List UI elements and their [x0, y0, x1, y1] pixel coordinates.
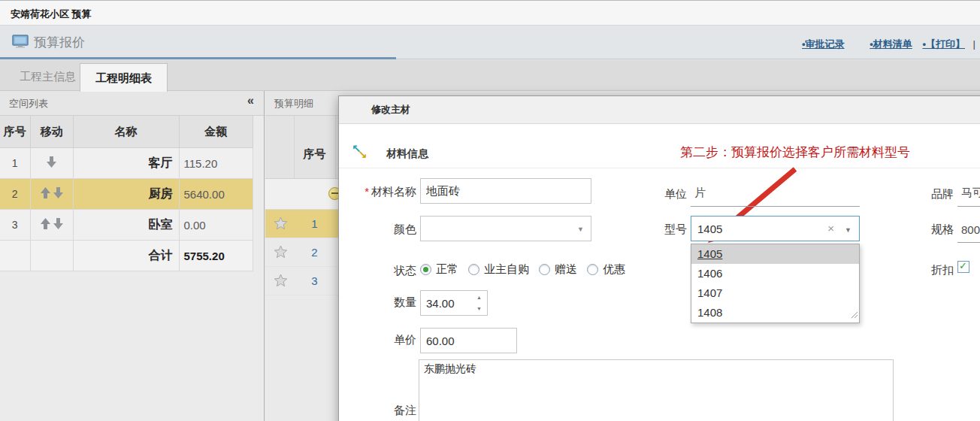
favorite-star-icon[interactable] — [274, 217, 288, 233]
budget-detail-panel: 预算明细 序号 1 2 — [265, 91, 348, 421]
dialog-titlebar[interactable]: 修改主材 — [339, 96, 980, 124]
material-name-input[interactable] — [420, 178, 591, 204]
radio-selected-icon — [420, 264, 431, 275]
resize-handle-icon[interactable] — [851, 308, 858, 322]
move-up-icon[interactable] — [40, 186, 51, 201]
remark-textarea[interactable]: 东鹏抛光砖 — [419, 359, 894, 421]
dropdown-option[interactable]: 1406 — [691, 264, 859, 283]
tab-project-detail-sheet[interactable]: 工程明细表 — [80, 63, 168, 92]
dropdown-option[interactable]: 1405 — [691, 244, 859, 264]
page-title: 安靖荷花小区 预算 — [11, 8, 92, 21]
module-active-underline — [0, 57, 396, 59]
spinner-down-icon[interactable]: ▼ — [476, 306, 482, 311]
col-header-amount: 金额 — [179, 116, 253, 148]
header-links: •审批记录 •材料清单 •【打印】 | — [802, 38, 975, 51]
approval-records-link[interactable]: •审批记录 — [802, 38, 845, 50]
space-row-kitchen[interactable]: 2 厨房 5640.00 — [0, 179, 253, 210]
col-header-move: 移动 — [30, 116, 73, 148]
space-table-header-row: 序号 移动 名称 金额 — [0, 116, 253, 148]
quantity-label: 数量 — [339, 295, 416, 310]
move-up-icon[interactable] — [40, 217, 51, 232]
dialog-body: ↖ ↘ 材料信息 第二步：预算报价选择客户所需材料型号 *材料名称 颜色 ▼ 状… — [339, 124, 980, 421]
material-info-icon: ↖ ↘ — [352, 144, 368, 161]
module-title: 预算报价 — [34, 34, 85, 51]
model-combobox[interactable]: 1405 × ▼ — [691, 216, 860, 241]
monitor-icon — [12, 35, 29, 51]
favorite-star-icon[interactable] — [274, 274, 288, 290]
status-radio-group: 正常 业主自购 赠送 优惠 — [420, 262, 635, 277]
radio-icon — [539, 264, 550, 275]
space-table: 序号 移动 名称 金额 1 客厅 — [0, 116, 253, 271]
grid-line — [335, 116, 336, 178]
quantity-stepper[interactable]: 34.00 ▲ ▼ — [420, 290, 488, 316]
model-dropdown-list: 1405 1406 1407 1408 — [691, 244, 860, 323]
app-root: 安靖荷花小区 预算 预算报价 •审批记录 •材料清单 •【打印】 | 工程主信息… — [0, 0, 980, 421]
color-select[interactable]: ▼ — [420, 216, 591, 241]
unit-price-input[interactable] — [420, 328, 517, 353]
radio-owner-purchase[interactable]: 业主自购 — [468, 262, 529, 277]
detail-panel-title: 预算明细 — [274, 97, 313, 111]
detail-group-row — [265, 179, 348, 210]
detail-row[interactable]: 3 — [265, 267, 348, 295]
brand-label: 品牌 — [876, 187, 954, 201]
radio-icon — [587, 264, 598, 275]
favorite-star-icon[interactable] — [274, 245, 288, 262]
brand-field[interactable]: 马可 — [957, 186, 980, 207]
move-down-icon[interactable] — [53, 217, 64, 232]
discount-checkbox[interactable]: ✓ — [957, 261, 969, 273]
material-name-label: *材料名称 — [339, 185, 416, 199]
space-row-living-room[interactable]: 1 客厅 115.20 — [0, 148, 253, 179]
quantity-value: 34.00 — [426, 297, 455, 310]
detail-row[interactable]: 2 — [265, 238, 348, 267]
edit-material-dialog: 修改主材 ↖ ↘ 材料信息 第二步：预算报价选择客户所需材料型号 *材料名称 颜… — [338, 95, 980, 421]
unit-label: 单位 — [609, 187, 687, 201]
spinner-up-icon[interactable]: ▲ — [476, 295, 482, 300]
detail-column-header: 序号 — [265, 116, 348, 179]
move-down-icon[interactable] — [53, 186, 64, 201]
detail-row[interactable]: 1 — [265, 210, 348, 238]
section-title: 材料信息 — [386, 147, 428, 161]
detail-row-no: 1 — [294, 217, 335, 230]
collapse-panel-icon[interactable]: « — [247, 94, 254, 108]
required-asterisk: * — [364, 185, 369, 198]
radio-icon — [468, 264, 479, 275]
chevron-down-icon[interactable]: ▼ — [845, 226, 851, 234]
discount-label: 折扣 — [876, 263, 954, 277]
tab-strip: 工程主信息 工程明细表 — [0, 60, 980, 91]
unit-field[interactable]: 片 — [691, 186, 860, 207]
col-header-no: 序号 — [0, 116, 30, 148]
move-down-icon[interactable] — [46, 156, 57, 171]
module-header: 预算报价 •审批记录 •材料清单 •【打印】 | — [0, 26, 980, 60]
chevron-down-icon[interactable]: ▼ — [577, 226, 584, 233]
radio-normal[interactable]: 正常 — [420, 262, 458, 277]
annotation-text: 第二步：预算报价选择客户所需材料型号 — [680, 144, 910, 161]
tab-project-main-info[interactable]: 工程主信息 — [9, 70, 86, 84]
radio-gift[interactable]: 赠送 — [539, 262, 577, 277]
radio-discounted[interactable]: 优惠 — [587, 262, 625, 277]
total-label: 合计 — [73, 241, 179, 271]
section-divider — [339, 168, 980, 168]
model-value: 1405 — [697, 223, 722, 235]
dropdown-option[interactable]: 1407 — [691, 283, 859, 303]
dropdown-option[interactable]: 1408 — [691, 303, 859, 323]
clear-icon[interactable]: × — [827, 222, 834, 235]
spec-field[interactable]: 800 — [957, 223, 980, 243]
print-link[interactable]: •【打印】 — [922, 38, 965, 50]
unit-price-label: 单价 — [339, 333, 416, 347]
material-list-link[interactable]: •材料清单 — [870, 38, 912, 50]
total-amount: 5755.20 — [179, 241, 253, 271]
model-label: 型号 — [609, 223, 687, 237]
space-row-bedroom[interactable]: 3 卧室 0.00 — [0, 210, 253, 241]
dialog-title: 修改主材 — [371, 96, 410, 123]
col-header-name: 名称 — [73, 116, 179, 148]
detail-row-no: 3 — [294, 274, 335, 287]
status-label: 状态 — [339, 264, 416, 278]
spec-label: 规格 — [876, 223, 954, 237]
space-panel-header: 空间列表 « — [0, 91, 264, 116]
remark-label: 备注 — [339, 404, 416, 418]
detail-col-header-no: 序号 — [294, 147, 335, 162]
detail-panel-header: 预算明细 — [265, 91, 348, 116]
detail-row-no: 2 — [294, 246, 335, 259]
space-list-panel: 空间列表 « 序号 移动 名称 金额 1 — [0, 91, 265, 421]
window-titlebar: 安靖荷花小区 预算 — [0, 0, 980, 26]
